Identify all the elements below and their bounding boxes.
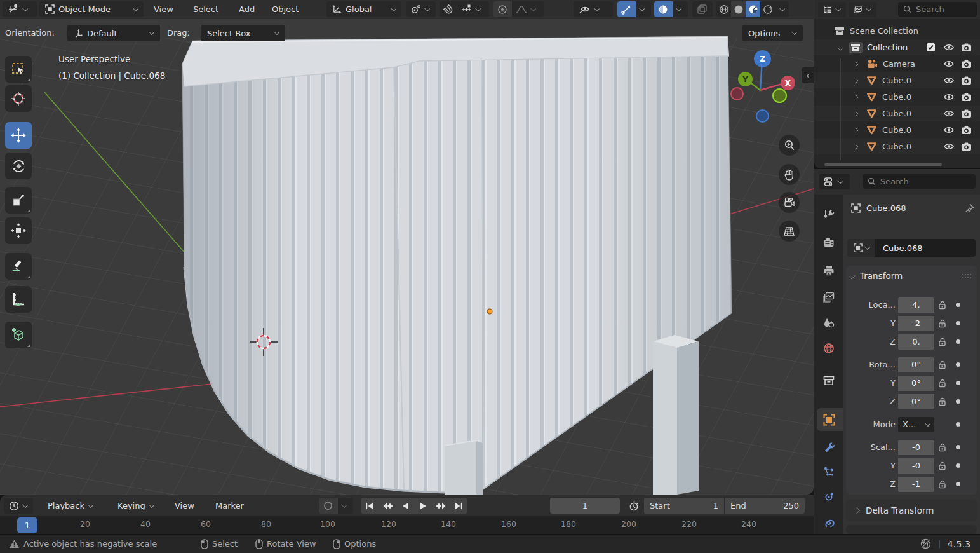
tool-scale[interactable] <box>5 187 32 214</box>
properties-search-input[interactable]: Search <box>863 174 976 189</box>
tool-select-box[interactable] <box>5 56 32 83</box>
proportional-falloff-dropdown[interactable] <box>512 1 544 17</box>
rotation-x-field[interactable]: 0° <box>898 357 934 372</box>
expand-arrow-icon[interactable] <box>853 61 859 67</box>
tab-output[interactable] <box>822 264 835 277</box>
shading-rendered-button[interactable] <box>760 1 775 17</box>
shading-material-button[interactable] <box>746 1 760 17</box>
overlays-settings-dropdown[interactable] <box>673 1 688 17</box>
tool-cursor[interactable] <box>5 85 32 112</box>
scale-x-field[interactable]: -0 <box>898 440 934 455</box>
tool-add-cube[interactable] <box>5 322 32 348</box>
eye-icon[interactable] <box>943 93 955 101</box>
outliner-row-cube[interactable]: Cube.0 <box>814 89 980 105</box>
use-preview-range-toggle[interactable] <box>625 498 643 514</box>
render-camera-icon[interactable] <box>961 93 972 102</box>
expand-arrow-icon[interactable] <box>853 94 859 100</box>
checkbox-icon[interactable] <box>926 43 936 52</box>
next-panel-sliver[interactable] <box>846 525 977 534</box>
auto-keying-dropdown[interactable] <box>338 498 353 514</box>
lock-icon[interactable] <box>938 376 948 391</box>
current-frame-field[interactable]: 1 <box>550 498 620 514</box>
perspective-toggle-button[interactable] <box>779 221 800 242</box>
transform-orientation-dropdown[interactable]: Global <box>326 1 401 17</box>
snap-toggle[interactable] <box>440 1 457 17</box>
lock-icon[interactable] <box>938 458 948 474</box>
menu-select[interactable]: Select <box>187 0 225 19</box>
show-gizmo-toggle[interactable] <box>617 1 636 17</box>
tool-measure[interactable] <box>5 286 32 313</box>
outliner-editor-type-button[interactable] <box>818 2 846 17</box>
expand-arrow-icon[interactable] <box>853 111 859 116</box>
shading-wireframe-button[interactable] <box>716 1 731 17</box>
pan-button[interactable] <box>779 164 800 185</box>
gizmo-y-neg-axis[interactable] <box>772 88 787 103</box>
shading-settings-dropdown[interactable] <box>775 1 789 17</box>
gizmo-z-axis[interactable]: Z <box>754 50 771 67</box>
jump-to-end-button[interactable] <box>450 498 467 514</box>
gizmo-z-neg-axis[interactable] <box>756 109 769 123</box>
lock-icon[interactable] <box>938 477 948 492</box>
outliner-row-cube[interactable]: Cube.0 <box>814 72 980 88</box>
animate-dot[interactable] <box>956 362 960 367</box>
tool-rotate[interactable] <box>5 153 32 179</box>
expand-arrow-icon[interactable] <box>853 127 859 133</box>
breadcrumb-object-name[interactable]: Cube.068 <box>866 203 906 213</box>
lock-icon[interactable] <box>938 316 948 331</box>
frame-start-field[interactable]: Start 1 <box>644 498 724 514</box>
outliner-row-cube[interactable]: Cube.0 <box>814 139 980 154</box>
expand-arrow-icon[interactable] <box>853 144 859 149</box>
eye-icon[interactable] <box>943 109 955 118</box>
proportional-editing-toggle[interactable] <box>493 1 512 17</box>
zoom-button[interactable] <box>779 135 800 156</box>
playback-menu[interactable]: Playback <box>42 498 108 514</box>
gizmo-settings-dropdown[interactable] <box>636 1 651 17</box>
editor-type-button[interactable] <box>3 1 37 17</box>
location-y-field[interactable]: -2 <box>898 316 934 331</box>
tool-annotate[interactable] <box>5 253 32 280</box>
gizmo-y-axis[interactable]: Y <box>738 72 753 86</box>
tool-transform[interactable] <box>5 217 32 244</box>
snap-settings-dropdown[interactable] <box>457 1 489 17</box>
gizmo-x-axis[interactable]: X <box>781 76 795 90</box>
transform-panel-header[interactable]: Transform <box>849 271 903 281</box>
eye-icon[interactable] <box>943 126 955 134</box>
lock-icon[interactable] <box>938 440 948 455</box>
render-camera-icon[interactable] <box>961 142 972 151</box>
expand-arrow-icon[interactable] <box>853 78 859 83</box>
object-name-input[interactable]: Cube.068 <box>875 239 976 257</box>
gizmo-x-neg-axis[interactable] <box>730 87 744 100</box>
rotation-z-field[interactable]: 0° <box>898 394 934 409</box>
scale-y-field[interactable]: -0 <box>898 458 934 474</box>
play-reverse-button[interactable] <box>396 498 414 514</box>
mode-dropdown[interactable]: Object Mode <box>39 1 144 17</box>
xray-toggle[interactable] <box>692 1 713 17</box>
outliner-row-camera[interactable]: Camera <box>814 56 980 72</box>
animate-dot[interactable] <box>956 399 960 404</box>
frame-end-field[interactable]: End 250 <box>725 498 805 514</box>
tab-physics[interactable] <box>822 491 835 503</box>
playhead-current-frame[interactable]: 1 <box>17 517 37 533</box>
marker-menu[interactable]: Marker <box>210 498 250 514</box>
tool-move[interactable] <box>5 122 32 149</box>
outliner-row-cube[interactable]: Cube.0 <box>814 106 980 121</box>
render-camera-icon[interactable] <box>961 60 972 69</box>
lock-icon[interactable] <box>938 297 948 313</box>
location-z-field[interactable]: 0. <box>898 334 934 350</box>
jump-to-start-button[interactable] <box>361 498 379 514</box>
tab-tool[interactable] <box>822 207 835 220</box>
render-camera-icon[interactable] <box>961 43 972 52</box>
object-visibility-dropdown[interactable] <box>574 1 613 17</box>
outliner-search-input[interactable]: Search <box>898 2 977 17</box>
auto-keying-toggle[interactable] <box>319 498 338 514</box>
tab-render[interactable] <box>822 236 835 249</box>
scale-z-field[interactable]: -1 <box>898 477 934 492</box>
animate-dot[interactable] <box>956 482 960 486</box>
animate-dot[interactable] <box>956 303 960 307</box>
eye-icon[interactable] <box>943 60 955 68</box>
outliner-row-scene-collection[interactable]: Scene Collection <box>814 23 980 39</box>
drag-dropdown[interactable]: Select Box <box>201 25 285 41</box>
options-dropdown[interactable]: Options <box>742 25 803 41</box>
pin-icon[interactable] <box>964 203 974 214</box>
play-button[interactable] <box>414 498 432 514</box>
